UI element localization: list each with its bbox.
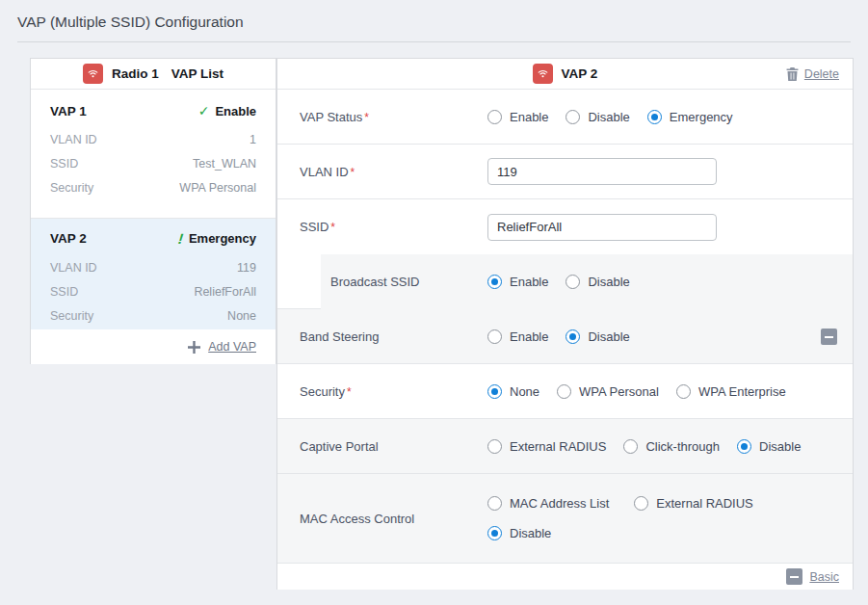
vap1-vlan-row: VLAN ID 1 xyxy=(50,127,256,151)
radio-option-enable[interactable]: Enable xyxy=(487,110,548,124)
vap-status-label: VAP Status xyxy=(300,110,362,124)
radio-option-mac-address-list[interactable]: MAC Address List xyxy=(487,496,609,511)
required-mark: * xyxy=(347,385,352,399)
radio-option-external-radius[interactable]: External RADIUS xyxy=(634,496,752,511)
radio-icon xyxy=(623,439,638,454)
basic-toggle-link[interactable]: Basic xyxy=(809,570,839,584)
vap-list-item-vap1[interactable]: VAP 1 ✓ Enable VLAN ID 1 SSID Test_WLAN … xyxy=(31,90,276,219)
delete-label: Delete xyxy=(804,67,839,81)
required-mark: * xyxy=(351,166,355,179)
vlan-id-label: VLAN ID xyxy=(300,165,349,179)
mac-access-control-row: MAC Access Control MAC Address List Exte… xyxy=(277,474,853,564)
vap1-ssid-row: SSID Test_WLAN xyxy=(50,151,256,175)
vap2-ssid-row: SSID ReliefForAll xyxy=(50,279,256,303)
radio-option-disable[interactable]: Disable xyxy=(566,329,629,344)
vap1-status-label: Enable xyxy=(215,104,256,118)
vap2-status-badge: ! Emergency xyxy=(178,230,256,247)
wifi-icon xyxy=(533,64,553,84)
ssid-input[interactable] xyxy=(487,214,717,241)
required-mark: * xyxy=(330,221,335,234)
radio-icon-checked xyxy=(487,526,502,540)
radio-option-enable[interactable]: Enable xyxy=(487,275,548,289)
radio-option-disable[interactable]: Disable xyxy=(566,110,629,124)
vap2-vlan-row: VLAN ID 119 xyxy=(50,255,256,279)
radio-icon-checked xyxy=(647,110,662,124)
captive-portal-row: Captive Portal External RADIUS Click-thr… xyxy=(277,419,853,474)
security-label: Security xyxy=(300,384,345,399)
radio-icon-checked xyxy=(566,329,580,344)
broadcast-ssid-label: Broadcast SSID xyxy=(330,275,487,289)
radio-icon xyxy=(634,496,648,511)
radio-option-disable[interactable]: Disable xyxy=(487,526,551,540)
vap1-name: VAP 1 xyxy=(50,104,87,118)
add-vap-button[interactable]: Add VAP xyxy=(208,340,256,354)
vap-detail-panel: VAP 2 Delete VAP Status* Enable Disable … xyxy=(276,58,854,590)
vap-status-row: VAP Status* Enable Disable Emergency xyxy=(277,90,853,145)
radio-icon xyxy=(676,384,691,399)
radio-option-disable[interactable]: Disable xyxy=(737,439,801,454)
vap-detail-title: VAP 2 xyxy=(562,66,598,81)
band-steering-row: Band Steering Enable Disable xyxy=(277,309,853,364)
vap-list-panel: Radio 1 VAP List VAP 1 ✓ Enable VLAN ID … xyxy=(30,58,276,364)
radio-label: Radio 1 xyxy=(112,66,159,81)
radio-icon-checked xyxy=(487,275,502,289)
mac-access-control-label: MAC Access Control xyxy=(300,474,487,563)
vap2-security-row: Security None xyxy=(50,303,256,328)
required-mark: * xyxy=(364,111,369,124)
trash-icon xyxy=(786,67,799,81)
vap-list-title: VAP List xyxy=(171,66,224,81)
detail-footer: Basic xyxy=(277,564,853,590)
radio-option-emergency[interactable]: Emergency xyxy=(647,110,733,124)
radio-icon xyxy=(566,110,580,124)
vap-detail-header: VAP 2 Delete xyxy=(277,59,853,90)
radio-icon xyxy=(566,275,580,289)
ssid-label: SSID xyxy=(300,220,329,234)
vap2-name: VAP 2 xyxy=(50,231,87,246)
wifi-icon xyxy=(83,64,103,84)
radio-option-wpa-enterprise[interactable]: WPA Enterprise xyxy=(676,384,786,399)
collapse-band-steering-button[interactable] xyxy=(821,329,837,345)
vap-list-item-vap2[interactable]: VAP 2 ! Emergency VLAN ID 119 SSID Relie… xyxy=(31,219,276,329)
band-steering-label: Band Steering xyxy=(300,329,487,344)
title-divider xyxy=(17,41,851,42)
vap2-status-label: Emergency xyxy=(189,231,256,246)
radio-option-click-through[interactable]: Click-through xyxy=(623,439,720,454)
page-title: VAP (Multiple SSID) Configuration xyxy=(17,13,244,31)
delete-vap-button[interactable]: Delete xyxy=(786,59,839,89)
radio-icon xyxy=(487,439,502,454)
add-vap-row: Add VAP xyxy=(31,329,276,364)
radio-option-none[interactable]: None xyxy=(487,384,539,399)
radio-icon-checked xyxy=(737,439,751,454)
exclamation-icon: ! xyxy=(177,230,184,247)
plus-icon xyxy=(188,341,200,354)
radio-option-disable[interactable]: Disable xyxy=(566,275,629,289)
vlan-id-row: VLAN ID* xyxy=(277,145,853,199)
vap-list-header: Radio 1 VAP List xyxy=(31,59,276,90)
radio-option-enable[interactable]: Enable xyxy=(487,329,548,344)
collapse-basic-button[interactable] xyxy=(786,568,802,585)
vlan-id-input[interactable] xyxy=(487,158,717,185)
radio-option-wpa-personal[interactable]: WPA Personal xyxy=(557,384,659,399)
broadcast-ssid-row: Broadcast SSID Enable Disable xyxy=(321,254,853,309)
radio-icon xyxy=(557,384,571,399)
radio-icon xyxy=(487,496,502,511)
radio-icon xyxy=(487,110,502,124)
security-row: Security* None WPA Personal WPA Enterpri… xyxy=(277,364,853,419)
radio-icon xyxy=(487,329,502,344)
radio-icon-checked xyxy=(487,384,502,399)
captive-portal-label: Captive Portal xyxy=(300,439,487,454)
ssid-row: SSID* xyxy=(277,199,853,254)
ssid-section: SSID* Broadcast SSID Enable Disable xyxy=(277,199,853,309)
radio-option-external-radius[interactable]: External RADIUS xyxy=(487,439,606,454)
vap1-status-badge: ✓ Enable xyxy=(198,103,256,118)
check-icon: ✓ xyxy=(198,103,210,118)
vap1-security-row: Security WPA Personal xyxy=(50,175,256,199)
